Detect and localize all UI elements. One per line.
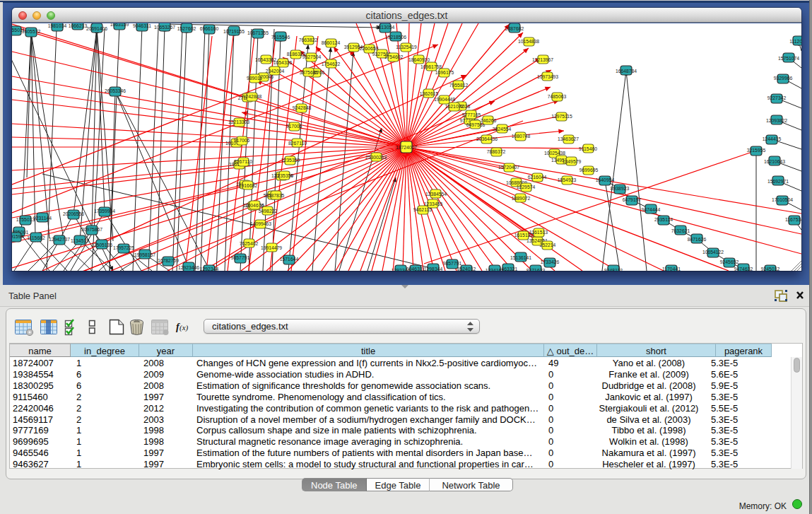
svg-text:6497568: 6497568 bbox=[466, 122, 486, 127]
svg-text:1235359: 1235359 bbox=[275, 173, 294, 178]
svg-text:8267110: 8267110 bbox=[234, 159, 252, 164]
svg-text:12942737: 12942737 bbox=[49, 237, 70, 242]
svg-text:7663822: 7663822 bbox=[299, 37, 318, 42]
svg-text:1755013: 1755013 bbox=[16, 217, 35, 222]
svg-text:(x): (x) bbox=[180, 323, 189, 332]
svg-text:10654122: 10654122 bbox=[702, 250, 724, 255]
svg-text:11325419: 11325419 bbox=[396, 45, 417, 49]
svg-text:10973493: 10973493 bbox=[537, 74, 558, 79]
svg-text:10025438: 10025438 bbox=[544, 151, 565, 156]
svg-text:7625402: 7625402 bbox=[240, 241, 259, 246]
svg-text:2887682: 2887682 bbox=[505, 26, 524, 31]
svg-text:16543362: 16543362 bbox=[255, 57, 276, 62]
svg-text:1349579: 1349579 bbox=[563, 159, 582, 164]
svg-text:1889072: 1889072 bbox=[512, 196, 531, 201]
svg-text:8471626: 8471626 bbox=[688, 237, 707, 242]
svg-text:10671355: 10671355 bbox=[247, 30, 269, 35]
svg-text:1112044: 1112044 bbox=[789, 39, 801, 44]
svg-text:18724007: 18724007 bbox=[396, 145, 417, 150]
svg-text:13463627: 13463627 bbox=[558, 136, 579, 141]
svg-text:1066213: 1066213 bbox=[69, 23, 88, 28]
svg-text:20691406: 20691406 bbox=[86, 26, 107, 31]
svg-text:15692971: 15692971 bbox=[767, 179, 789, 184]
svg-text:1334161: 1334161 bbox=[486, 268, 505, 271]
svg-text:9699695: 9699695 bbox=[579, 168, 599, 173]
svg-text:1405572: 1405572 bbox=[22, 29, 41, 34]
svg-text:1640954: 1640954 bbox=[596, 177, 615, 182]
svg-text:1733426: 1733426 bbox=[541, 259, 560, 264]
svg-text:6479197: 6479197 bbox=[623, 197, 642, 202]
svg-text:16961758: 16961758 bbox=[420, 64, 442, 69]
svg-text:7485063: 7485063 bbox=[548, 94, 567, 99]
svg-text:1170441: 1170441 bbox=[662, 267, 681, 271]
svg-text:1696175: 1696175 bbox=[435, 70, 454, 75]
svg-text:917006: 917006 bbox=[234, 138, 250, 143]
svg-text:1134519: 1134519 bbox=[71, 238, 89, 243]
svg-text:8471633: 8471633 bbox=[526, 268, 546, 271]
svg-text:1235359: 1235359 bbox=[281, 158, 300, 163]
svg-text:9046311: 9046311 bbox=[406, 267, 425, 271]
svg-text:7955812: 7955812 bbox=[449, 83, 469, 88]
svg-text:9857791: 9857791 bbox=[231, 255, 250, 260]
svg-text:30975867: 30975867 bbox=[81, 227, 102, 232]
svg-text:16782759: 16782759 bbox=[158, 258, 179, 263]
svg-text:3875685: 3875685 bbox=[300, 70, 319, 75]
svg-text:3824554: 3824554 bbox=[493, 127, 512, 132]
svg-text:9115460: 9115460 bbox=[579, 146, 597, 151]
svg-text:1754602: 1754602 bbox=[384, 54, 404, 59]
svg-text:1854923: 1854923 bbox=[558, 177, 577, 182]
svg-text:12505135: 12505135 bbox=[91, 243, 112, 247]
svg-text:8660124: 8660124 bbox=[322, 40, 341, 45]
svg-text:587835: 587835 bbox=[269, 193, 285, 198]
svg-text:746266: 746266 bbox=[481, 118, 497, 123]
svg-text:7515546: 7515546 bbox=[271, 35, 290, 40]
svg-text:9474632: 9474632 bbox=[734, 267, 753, 271]
svg-text:917006: 917006 bbox=[286, 124, 302, 129]
svg-text:9327504: 9327504 bbox=[302, 54, 322, 59]
svg-text:17359934: 17359934 bbox=[94, 209, 115, 214]
svg-text:17957225: 17957225 bbox=[113, 245, 134, 250]
svg-text:9242848: 9242848 bbox=[293, 105, 312, 110]
svg-text:18640910: 18640910 bbox=[408, 57, 430, 62]
svg-text:2342004: 2342004 bbox=[266, 69, 285, 74]
svg-text:1527602: 1527602 bbox=[177, 26, 196, 31]
svg-text:6966160: 6966160 bbox=[200, 26, 219, 31]
svg-text:9245652: 9245652 bbox=[720, 259, 739, 264]
svg-text:9329966: 9329966 bbox=[774, 76, 793, 81]
svg-text:1362615: 1362615 bbox=[420, 91, 439, 96]
svg-text:16210643: 16210643 bbox=[764, 159, 785, 164]
svg-text:3215955: 3215955 bbox=[747, 148, 766, 153]
svg-text:15751074: 15751074 bbox=[778, 56, 799, 61]
svg-text:1571644: 1571644 bbox=[280, 257, 299, 262]
svg-text:19218506: 19218506 bbox=[385, 35, 406, 40]
svg-text:26053346: 26053346 bbox=[105, 88, 126, 93]
svg-text:7886372: 7886372 bbox=[487, 149, 506, 154]
svg-text:8267110: 8267110 bbox=[288, 141, 307, 146]
svg-text:15136141: 15136141 bbox=[510, 255, 531, 260]
svg-text:1754622: 1754622 bbox=[322, 62, 341, 66]
svg-text:9474444: 9474444 bbox=[642, 207, 661, 212]
svg-text:20206556: 20206556 bbox=[63, 211, 84, 216]
svg-text:2260658: 2260658 bbox=[360, 46, 379, 51]
svg-text:5498222: 5498222 bbox=[259, 209, 278, 214]
svg-text:9231144: 9231144 bbox=[33, 216, 52, 221]
svg-text:9227342: 9227342 bbox=[767, 95, 787, 100]
svg-text:1292344: 1292344 bbox=[200, 267, 219, 271]
svg-text:8813054: 8813054 bbox=[376, 25, 395, 30]
svg-text:14099463: 14099463 bbox=[250, 221, 271, 226]
svg-text:9777165: 9777165 bbox=[462, 112, 481, 117]
svg-text:8938923: 8938923 bbox=[611, 186, 630, 191]
svg-text:9248112: 9248112 bbox=[604, 268, 623, 271]
svg-text:391594: 391594 bbox=[12, 234, 24, 239]
svg-text:20364436: 20364436 bbox=[476, 136, 498, 141]
svg-text:9242848: 9242848 bbox=[243, 94, 262, 99]
svg-text:2935114: 2935114 bbox=[654, 217, 673, 222]
svg-text:989011: 989011 bbox=[247, 76, 262, 81]
svg-text:9245012: 9245012 bbox=[761, 267, 780, 271]
svg-text:16648784: 16648784 bbox=[616, 69, 637, 74]
svg-text:1080748: 1080748 bbox=[512, 134, 531, 139]
svg-text:6216044: 6216044 bbox=[528, 175, 547, 180]
svg-text:1063159: 1063159 bbox=[110, 23, 129, 27]
svg-text:12093822: 12093822 bbox=[766, 118, 787, 123]
svg-text:1167534: 1167534 bbox=[785, 217, 801, 222]
